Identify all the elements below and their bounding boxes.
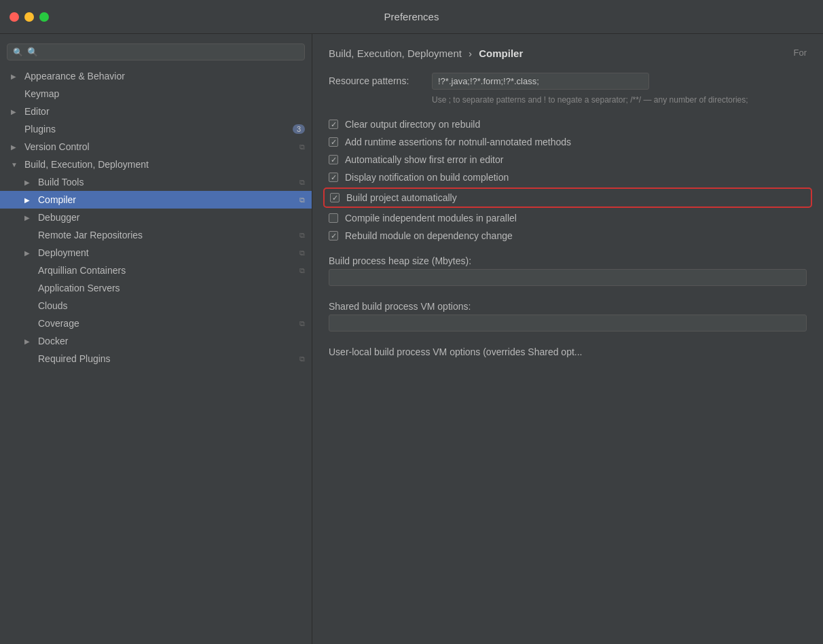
sidebar-item-compiler[interactable]: ▶Compiler⧉ xyxy=(0,191,312,209)
breadcrumb-current: Compiler xyxy=(479,48,523,59)
sidebar-item-clouds[interactable]: Clouds xyxy=(0,297,312,315)
checkbox-build-automatically[interactable] xyxy=(330,193,340,202)
badge: 3 xyxy=(293,124,305,134)
option-label-build-automatically: Build project automatically xyxy=(346,192,457,203)
option-row-add-runtime[interactable]: Add runtime assertions for notnull-annot… xyxy=(329,133,807,151)
window-title: Preferences xyxy=(384,11,439,22)
sidebar-item-label: Docker xyxy=(38,336,305,346)
sidebar-item-label: Version Control xyxy=(24,141,297,152)
search-input[interactable] xyxy=(27,47,299,57)
copy-icon: ⧉ xyxy=(299,143,305,151)
sidebar-item-label: Coverage xyxy=(38,318,297,329)
hint-text: Use ; to separate patterns and ! to nega… xyxy=(432,94,807,106)
option-label-auto-show-error: Automatically show first error in editor xyxy=(345,154,503,165)
shared-vm-label: Shared build process VM options: xyxy=(329,301,807,312)
breadcrumb-prefix: Build, Execution, Deployment xyxy=(329,48,462,59)
arrow-icon: ▶ xyxy=(24,249,34,257)
checkbox-rebuild-module[interactable] xyxy=(329,231,338,240)
arrow-icon: ▶ xyxy=(24,179,34,186)
sidebar-item-label: Arquillian Containers xyxy=(38,265,297,276)
arrow-icon: ▶ xyxy=(24,338,34,345)
sidebar-item-label: Build, Execution, Deployment xyxy=(24,159,305,170)
sidebar-item-build-tools[interactable]: ▶Build Tools⧉ xyxy=(0,173,312,191)
minimize-button[interactable] xyxy=(24,12,34,22)
user-local-vm-label: User-local build process VM options (ove… xyxy=(329,346,807,357)
option-label-add-runtime: Add runtime assertions for notnull-annot… xyxy=(345,137,571,147)
sidebar-item-docker[interactable]: ▶Docker xyxy=(0,332,312,350)
breadcrumb: Build, Execution, Deployment › Compiler … xyxy=(329,48,807,59)
resource-patterns-input[interactable] xyxy=(432,73,649,90)
option-label-rebuild-module: Rebuild module on dependency change xyxy=(345,230,513,241)
option-label-compile-parallel: Compile independent modules in parallel xyxy=(345,213,517,223)
sidebar-item-label: Debugger xyxy=(38,212,305,223)
content-area: Build, Execution, Deployment › Compiler … xyxy=(312,34,823,644)
checkbox-display-notification[interactable] xyxy=(329,173,338,182)
sidebar-item-label: Compiler xyxy=(38,194,297,205)
options-list: Clear output directory on rebuildAdd run… xyxy=(329,115,807,245)
sidebar-item-version-control[interactable]: ▶Version Control⧉ xyxy=(0,138,312,156)
sidebar-item-label: Keymap xyxy=(24,88,305,99)
maximize-button[interactable] xyxy=(39,12,49,22)
checkbox-clear-output[interactable] xyxy=(329,120,338,129)
sidebar-item-required-plugins[interactable]: Required Plugins⧉ xyxy=(0,350,312,368)
copy-icon: ⧉ xyxy=(299,266,305,275)
sidebar-item-label: Appearance & Behavior xyxy=(24,71,305,82)
option-row-clear-output[interactable]: Clear output directory on rebuild xyxy=(329,115,807,133)
sidebar-item-deployment[interactable]: ▶Deployment⧉ xyxy=(0,244,312,262)
nav-list: ▶Appearance & BehaviorKeymap▶EditorPlugi… xyxy=(0,67,312,368)
checkbox-auto-show-error[interactable] xyxy=(329,155,338,164)
sidebar-item-label: Editor xyxy=(24,106,305,117)
sidebar-item-label: Required Plugins xyxy=(38,353,297,364)
sidebar-item-plugins[interactable]: Plugins3 xyxy=(0,120,312,138)
sidebar-item-label: Clouds xyxy=(38,300,305,311)
copy-icon: ⧉ xyxy=(299,355,305,363)
arrow-icon: ▶ xyxy=(11,108,20,115)
main-container: 🔍 ▶Appearance & BehaviorKeymap▶EditorPlu… xyxy=(0,34,823,644)
copy-icon: ⧉ xyxy=(299,178,305,187)
arrow-icon: ▶ xyxy=(11,143,20,151)
sidebar-item-arquillian[interactable]: Arquillian Containers⧉ xyxy=(0,262,312,279)
option-label-clear-output: Clear output directory on rebuild xyxy=(345,119,480,130)
copy-icon: ⧉ xyxy=(299,319,305,328)
arrow-icon: ▶ xyxy=(24,214,34,221)
option-label-display-notification: Display notification on build completion xyxy=(345,172,509,183)
sidebar-item-label: Deployment xyxy=(38,247,297,258)
option-row-build-automatically[interactable]: Build project automatically xyxy=(323,187,812,208)
sidebar-item-coverage[interactable]: Coverage⧉ xyxy=(0,315,312,332)
heap-size-input[interactable] xyxy=(329,269,807,286)
option-row-compile-parallel[interactable]: Compile independent modules in parallel xyxy=(329,209,807,227)
sidebar: 🔍 ▶Appearance & BehaviorKeymap▶EditorPlu… xyxy=(0,34,312,644)
resource-patterns-label: Resource patterns: xyxy=(329,73,424,86)
sidebar-item-label: Plugins xyxy=(24,124,290,135)
copy-icon: ⧉ xyxy=(299,249,305,257)
copy-icon: ⧉ xyxy=(299,196,305,204)
titlebar: Preferences xyxy=(0,0,823,34)
for-label: For xyxy=(794,48,807,58)
sidebar-item-keymap[interactable]: Keymap xyxy=(0,85,312,103)
option-row-display-notification[interactable]: Display notification on build completion xyxy=(329,168,807,186)
arrow-icon: ▶ xyxy=(24,196,34,204)
heap-size-label: Build process heap size (Mbytes): xyxy=(329,255,807,266)
checkbox-add-runtime[interactable] xyxy=(329,137,338,147)
sidebar-item-build-execution[interactable]: ▼Build, Execution, Deployment xyxy=(0,156,312,173)
sidebar-item-label: Remote Jar Repositories xyxy=(38,230,297,240)
arrow-icon: ▶ xyxy=(11,73,20,80)
shared-vm-input[interactable] xyxy=(329,315,807,332)
sidebar-item-remote-jar[interactable]: Remote Jar Repositories⧉ xyxy=(0,226,312,244)
arrow-icon: ▼ xyxy=(11,161,20,168)
sidebar-item-editor[interactable]: ▶Editor xyxy=(0,103,312,120)
breadcrumb-separator: › xyxy=(469,48,472,59)
copy-icon: ⧉ xyxy=(299,231,305,240)
search-bar[interactable]: 🔍 xyxy=(7,43,305,60)
search-icon: 🔍 xyxy=(13,48,23,57)
sidebar-item-label: Application Servers xyxy=(38,283,305,293)
sidebar-item-debugger[interactable]: ▶Debugger xyxy=(0,209,312,226)
sidebar-item-app-servers[interactable]: Application Servers xyxy=(0,279,312,297)
option-row-rebuild-module[interactable]: Rebuild module on dependency change xyxy=(329,227,807,245)
option-row-auto-show-error[interactable]: Automatically show first error in editor xyxy=(329,151,807,168)
sidebar-item-appearance[interactable]: ▶Appearance & Behavior xyxy=(0,67,312,85)
close-button[interactable] xyxy=(10,12,19,22)
checkbox-compile-parallel[interactable] xyxy=(329,213,338,223)
resource-patterns-row: Resource patterns: xyxy=(329,73,807,90)
traffic-lights xyxy=(10,12,49,22)
